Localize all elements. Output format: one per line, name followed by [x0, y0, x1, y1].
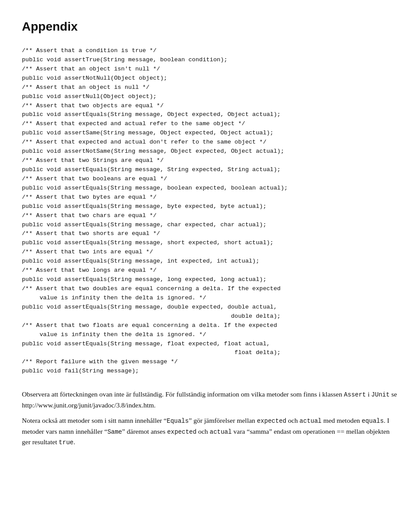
prose-p2-mid: ” gör jämförelser mellan — [189, 417, 257, 424]
prose-expected-code: expected — [257, 418, 286, 425]
prose-p2-start: Notera också att metoder som i sitt namn… — [22, 417, 167, 424]
prose-paragraph-2: Notera också att metoder som i sitt namn… — [22, 415, 398, 448]
prose-p1-mid: i — [366, 390, 371, 398]
prose-same-code: Same — [107, 428, 122, 435]
prose-expected2-code: expected — [167, 428, 196, 435]
appendix-heading: Appendix — [22, 18, 398, 36]
prose-p2-and: och — [286, 417, 299, 424]
prose-equals-code: Equals — [167, 418, 189, 425]
prose-actual-code: actual — [300, 418, 322, 425]
prose-p2-end: med metoden — [322, 417, 362, 424]
prose-actual2-code: actual — [210, 428, 231, 435]
prose-section: Observera att förteckningen ovan inte är… — [22, 389, 398, 448]
prose-p1-start: Observera att förteckningen ovan inte är… — [22, 390, 344, 398]
prose-junit-code: JUnit — [371, 391, 390, 398]
code-block: /** Assert that a condition is true */ p… — [22, 46, 398, 376]
prose-assert-code: Assert — [344, 391, 366, 398]
prose-paragraph-1: Observera att förteckningen ovan inte är… — [22, 389, 398, 411]
prose-equals2-code: equals — [362, 418, 384, 425]
prose-p2-end3: ” däremot anses — [122, 428, 167, 435]
prose-true-code: true — [59, 439, 74, 446]
prose-p2-end4: och — [196, 428, 208, 435]
prose-p3-period: . — [74, 438, 75, 446]
